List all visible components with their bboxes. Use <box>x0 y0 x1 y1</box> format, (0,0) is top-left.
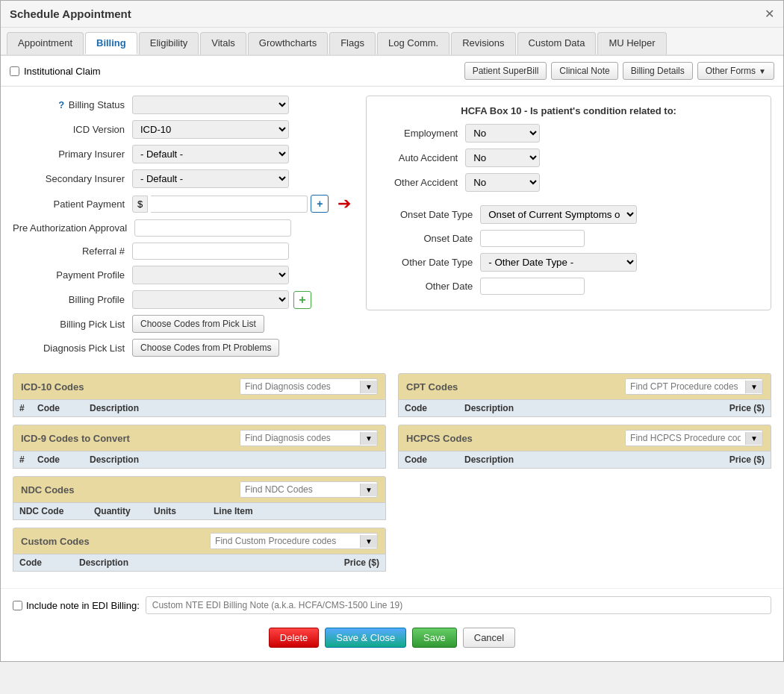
other-accident-select[interactable]: No <box>465 173 540 192</box>
secondary-insurer-select[interactable]: - Default - <box>132 169 289 188</box>
referral-input[interactable] <box>132 243 289 260</box>
employment-row: Employment No <box>376 124 762 143</box>
auto-accident-select[interactable]: No <box>465 149 540 167</box>
help-icon[interactable]: ? <box>58 99 64 110</box>
auto-accident-label: Auto Accident <box>376 152 465 163</box>
tab-vitals[interactable]: Vitals <box>200 32 246 54</box>
pre-auth-input[interactable] <box>134 219 291 237</box>
ndc-find-input[interactable] <box>240 482 360 497</box>
close-button[interactable]: ✕ <box>765 7 774 21</box>
window-title: Schedule Appointment <box>10 7 131 20</box>
other-accident-label: Other Accident <box>376 177 465 188</box>
codes-row-1: ICD-10 Codes ▼ # Code Description <box>13 373 771 417</box>
ndc-find-caret-icon[interactable]: ▼ <box>360 484 377 496</box>
clinical-note-button[interactable]: Clinical Note <box>551 62 617 80</box>
icd9-find-wrap: ▼ <box>240 430 378 446</box>
other-date-row: Other Date <box>376 278 762 295</box>
icd9-col-desc: Description <box>90 454 379 465</box>
ndc-table-header: NDC Code Quantity Units Line Item <box>13 503 386 520</box>
custom-find-input[interactable] <box>211 534 360 548</box>
primary-insurer-label: Primary Insurer <box>13 149 132 160</box>
onset-date-type-select[interactable]: Onset of Current Symptoms o <box>480 205 637 224</box>
cpt-header: CPT Codes ▼ <box>398 373 771 400</box>
tab-appointment[interactable]: Appointment <box>7 32 84 54</box>
schedule-appointment-window: Schedule Appointment ✕ Appointment Billi… <box>0 0 784 662</box>
ndc-col-line: Line Item <box>214 506 379 516</box>
other-date-input[interactable] <box>480 278 585 295</box>
billing-details-button[interactable]: Billing Details <box>623 62 693 80</box>
custom-col-desc: Description <box>79 557 320 568</box>
icd9-find-caret-icon[interactable]: ▼ <box>360 432 377 445</box>
patient-payment-input[interactable]: 0 <box>151 196 308 213</box>
tab-mu-helper[interactable]: MU Helper <box>597 32 666 54</box>
icd10-find-input[interactable] <box>240 379 360 394</box>
tab-log-comm[interactable]: Log Comm. <box>377 32 449 54</box>
payment-input-group: $ 0 + ➔ <box>132 194 351 213</box>
primary-insurer-select[interactable]: - Default - <box>132 145 289 163</box>
icd10-table-header: # Code Description <box>13 400 386 417</box>
edi-note-input[interactable] <box>146 596 771 614</box>
cpt-find-caret-icon[interactable]: ▼ <box>745 381 762 393</box>
custom-find-caret-icon[interactable]: ▼ <box>360 535 377 548</box>
institutional-claim-label[interactable]: Institutional Claim <box>24 66 101 77</box>
billing-status-select[interactable] <box>132 96 289 114</box>
hcfa-title: HCFA Box 10 - Is patient's condition rel… <box>376 105 762 116</box>
add-billing-profile-button[interactable]: + <box>293 291 311 309</box>
icd-version-select[interactable]: ICD-10 <box>132 120 289 139</box>
onset-date-type-row: Onset Date Type Onset of Current Symptom… <box>376 205 762 224</box>
title-bar: Schedule Appointment ✕ <box>1 1 783 28</box>
hcpcs-find-caret-icon[interactable]: ▼ <box>745 432 762 445</box>
billing-profile-select[interactable] <box>132 290 289 309</box>
onset-date-row: Onset Date <box>376 230 762 247</box>
add-payment-button[interactable]: + <box>311 195 329 213</box>
pre-auth-row: Pre Authorization Approval <box>13 219 351 237</box>
payment-profile-select[interactable] <box>132 266 289 284</box>
cpt-col-code: Code <box>405 403 464 413</box>
cpt-col-desc: Description <box>464 403 705 413</box>
icd10-find-caret-icon[interactable]: ▼ <box>360 381 377 393</box>
diagnosis-pick-list-label: Diagnosis Pick List <box>13 343 132 354</box>
cancel-button[interactable]: Cancel <box>463 628 515 648</box>
other-forms-label: Other Forms <box>706 66 756 76</box>
cpt-panel: CPT Codes ▼ Code Description Price ($) <box>398 373 771 417</box>
tab-growthcharts[interactable]: Growthcharts <box>248 32 328 54</box>
employment-select[interactable]: No <box>465 124 540 143</box>
tab-revisions[interactable]: Revisions <box>451 32 515 54</box>
billing-profile-group: + <box>132 290 311 309</box>
ndc-col-units: Units <box>154 506 214 516</box>
tab-billing[interactable]: Billing <box>85 32 137 54</box>
billing-pick-list-row: Billing Pick List Choose Codes from Pick… <box>13 315 351 333</box>
pre-auth-label: Pre Authorization Approval <box>13 222 134 234</box>
hcpcs-find-input[interactable] <box>626 431 745 446</box>
include-note-checkbox-label[interactable]: Include note in EDI Billing: <box>13 600 140 611</box>
save-close-button[interactable]: Save & Close <box>325 628 406 648</box>
tab-custom-data[interactable]: Custom Data <box>517 32 597 54</box>
toolbar-left: Institutional Claim <box>10 66 101 77</box>
ndc-col-ndc: NDC Code <box>19 506 94 516</box>
custom-col-price: Price ($) <box>320 557 379 568</box>
include-note-checkbox[interactable] <box>13 601 22 610</box>
ndc-find-wrap: ▼ <box>240 481 378 498</box>
tab-flags[interactable]: Flags <box>329 32 376 54</box>
billing-profile-row: Billing Profile + <box>13 290 351 309</box>
icd9-find-input[interactable] <box>240 431 360 446</box>
toolbar: Institutional Claim Patient SuperBill Cl… <box>1 56 783 87</box>
onset-date-input[interactable] <box>480 230 585 247</box>
patient-superbill-button[interactable]: Patient SuperBill <box>464 62 547 80</box>
billing-pick-list-button[interactable]: Choose Codes from Pick List <box>132 315 264 333</box>
icd10-col-hash: # <box>19 403 37 413</box>
other-forms-button[interactable]: Other Forms ▼ <box>697 62 774 80</box>
billing-status-label: ? Billing Status <box>13 99 132 110</box>
cpt-find-input[interactable] <box>626 379 745 394</box>
custom-col-code: Code <box>19 557 79 568</box>
cpt-col-price: Price ($) <box>705 403 765 413</box>
two-col-layout: ? Billing Status ICD Version ICD-10 Prim… <box>13 96 771 363</box>
other-date-type-select[interactable]: - Other Date Type - <box>480 253 637 272</box>
diagnosis-pick-list-button[interactable]: Choose Codes from Pt Problems <box>132 339 279 357</box>
tab-eligibility[interactable]: Eligibility <box>139 32 199 54</box>
icd9-col-hash: # <box>19 454 37 465</box>
save-button[interactable]: Save <box>412 628 457 648</box>
icd9-col-code: Code <box>37 454 90 465</box>
delete-button[interactable]: Delete <box>269 628 320 648</box>
institutional-claim-checkbox[interactable] <box>10 66 19 76</box>
